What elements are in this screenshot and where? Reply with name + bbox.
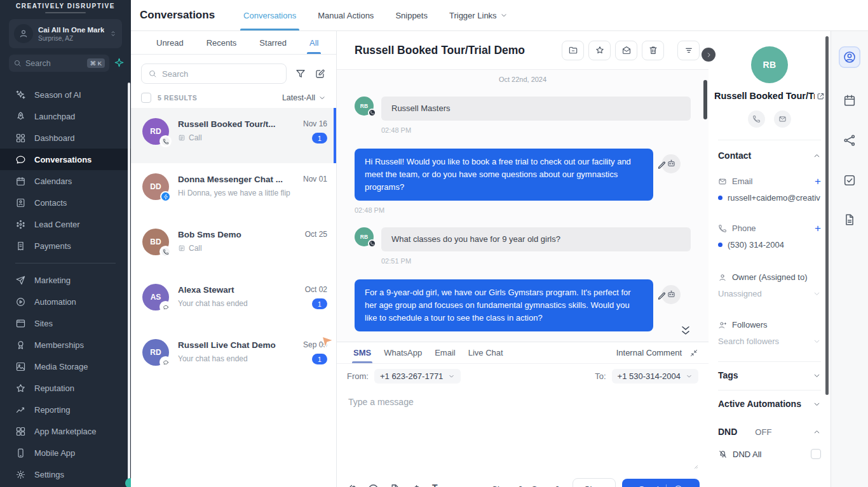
attachment-icon[interactable] [346, 483, 358, 487]
rail-contact-button[interactable] [839, 46, 860, 68]
tab-manual-actions[interactable]: Manual Actions [307, 0, 384, 30]
to-number-select[interactable]: +1 530-314-2004 [612, 369, 698, 384]
email-value-row[interactable]: russell+caidemo@creativ [718, 193, 821, 203]
segs-count: Segs: 0 [532, 484, 560, 487]
sidebar-scrollbar[interactable] [128, 83, 130, 487]
phone-value-row[interactable]: (530) 314-2004 [718, 240, 821, 250]
sidebar: CREATIVELY DISRUPTIVE Cai All In One Mar… [0, 0, 131, 487]
chevron-up-icon[interactable] [813, 152, 821, 160]
list-tab-all[interactable]: All [298, 31, 330, 54]
tab-conversations[interactable]: Conversations [233, 0, 307, 30]
channel-tab-email[interactable]: Email [428, 342, 462, 363]
list-tab-unread[interactable]: Unread [145, 31, 195, 54]
chevron-down-icon[interactable] [813, 371, 821, 380]
minimize-icon[interactable] [689, 349, 698, 357]
conversation-item[interactable]: RDRussell Live Chat DemoYour chat has en… [131, 329, 336, 384]
add-email-button[interactable]: + [815, 176, 821, 187]
conversation-search[interactable] [141, 63, 287, 84]
contact-section-header[interactable]: Contact [718, 150, 821, 161]
ai-sparkle-icon[interactable] [114, 58, 124, 67]
tags-section-header[interactable]: Tags [718, 370, 821, 380]
clear-button[interactable]: Clear [573, 478, 616, 487]
filter-funnel-icon[interactable] [295, 68, 306, 79]
sidebar-item-calendars[interactable]: Calendars [0, 170, 131, 192]
mail-open-button[interactable] [615, 41, 637, 60]
template-icon[interactable] [389, 483, 401, 487]
sidebar-search[interactable]: ⌘ K [9, 55, 109, 72]
dnd-section-header[interactable]: DND OFF [718, 427, 821, 437]
sidebar-item-reporting[interactable]: Reporting [0, 399, 131, 420]
internal-comment-toggle[interactable]: Internal Comment [616, 348, 698, 357]
sidebar-item-lead-center[interactable]: Lead Center [0, 213, 131, 235]
sidebar-item-launchpad[interactable]: Launchpad [0, 105, 131, 127]
from-number-select[interactable]: +1 623-267-1771 [374, 369, 461, 384]
send-button[interactable]: Send [622, 479, 700, 487]
conversation-search-input[interactable] [162, 69, 280, 79]
sidebar-item-automation[interactable]: Automation [0, 291, 131, 312]
list-tab-recents[interactable]: Recents [195, 31, 248, 54]
sidebar-item-contacts[interactable]: Contacts [0, 192, 131, 213]
channel-tab-whatsapp[interactable]: WhatsApp [377, 342, 428, 363]
scroll-to-bottom-button[interactable] [679, 324, 692, 337]
sidebar-item-media-storage[interactable]: Media Storage [0, 356, 131, 377]
rail-tasks-button[interactable] [839, 170, 860, 191]
tab-trigger-links[interactable]: Trigger Links [438, 0, 519, 30]
call-contact-button[interactable] [748, 110, 765, 128]
compose-icon[interactable] [315, 68, 326, 79]
to-label: To: [595, 371, 606, 381]
sidebar-item-mobile-app[interactable]: Mobile App [0, 442, 131, 464]
app-marketplace-icon [15, 426, 26, 437]
trash-button[interactable] [642, 41, 664, 60]
pencil-icon [657, 161, 668, 171]
text-format-icon[interactable]: T [432, 483, 438, 487]
email-contact-button[interactable] [774, 110, 791, 128]
resize-handle[interactable] [691, 462, 698, 469]
conversation-date: Nov 01 [303, 175, 327, 183]
payment-request-icon[interactable] [410, 483, 423, 487]
conversation-item[interactable]: ASAlexa StewartYour chat has endedOct 02… [131, 274, 336, 329]
contact-panel-scrollbar[interactable] [825, 36, 829, 395]
external-link-icon[interactable] [817, 92, 825, 100]
conversation-item[interactable]: DDDonna Messenger Chat ...Hi Donna, yes … [131, 163, 336, 218]
sidebar-item-sites[interactable]: Sites [0, 312, 131, 334]
conversation-item[interactable]: BDBob Sms DemoCallOct 25 [131, 218, 336, 274]
owner-select[interactable]: Unassigned [718, 289, 821, 298]
rail-notes-button[interactable] [839, 209, 860, 230]
conversation-item[interactable]: RDRussell Booked Tour/t...CallNov 161 [131, 108, 336, 163]
rail-opportunities-button[interactable] [839, 130, 860, 151]
channel-tab-sms[interactable]: SMS [347, 342, 377, 363]
chevron-down-icon[interactable] [813, 400, 821, 408]
star-button[interactable] [588, 41, 611, 60]
sidebar-item-reputation[interactable]: Reputation [0, 377, 131, 399]
sort-filter-button[interactable] [677, 41, 700, 60]
sidebar-item-settings[interactable]: Settings [0, 464, 131, 485]
schedule-clock-icon[interactable] [674, 484, 683, 487]
tab-snippets[interactable]: Snippets [384, 0, 438, 30]
channel-tab-live-chat[interactable]: Live Chat [462, 342, 510, 363]
chat-scrollbar[interactable] [703, 80, 707, 119]
chevron-up-icon[interactable] [813, 428, 821, 436]
sidebar-item-conversations[interactable]: Conversations [0, 149, 131, 170]
account-switcher[interactable]: Cai All In One Marke... Surprise, AZ [9, 19, 122, 48]
sidebar-item-payments[interactable]: Payments [0, 235, 131, 257]
sort-dropdown[interactable]: Latest-All [282, 93, 326, 102]
sidebar-item-dashboard[interactable]: Dashboard [0, 127, 131, 149]
collapse-panel-button[interactable] [702, 48, 715, 62]
select-all-checkbox[interactable] [141, 93, 151, 103]
list-tab-starred[interactable]: Starred [248, 31, 298, 54]
sidebar-item-marketing[interactable]: Marketing [0, 269, 131, 291]
rail-calendar-button[interactable] [839, 90, 860, 111]
folder-button[interactable] [562, 41, 584, 60]
sidebar-item-app-marketplace[interactable]: App Marketplace [0, 420, 131, 442]
message-input[interactable] [337, 388, 709, 459]
sidebar-item-memberships[interactable]: Memberships [0, 334, 131, 356]
followers-select[interactable]: Search followers [718, 337, 821, 346]
automations-section-header[interactable]: Active Automations [718, 399, 821, 409]
chevron-up-down-icon[interactable] [109, 30, 117, 37]
emoji-icon[interactable] [367, 483, 379, 487]
sidebar-item-season-of-ai[interactable]: Season of AI [0, 84, 131, 105]
conversation-texts: Alexa StewartYour chat has ended [178, 284, 300, 329]
add-phone-button[interactable]: + [815, 223, 821, 234]
sidebar-search-input[interactable] [25, 59, 83, 68]
dnd-all-checkbox[interactable] [811, 449, 821, 459]
